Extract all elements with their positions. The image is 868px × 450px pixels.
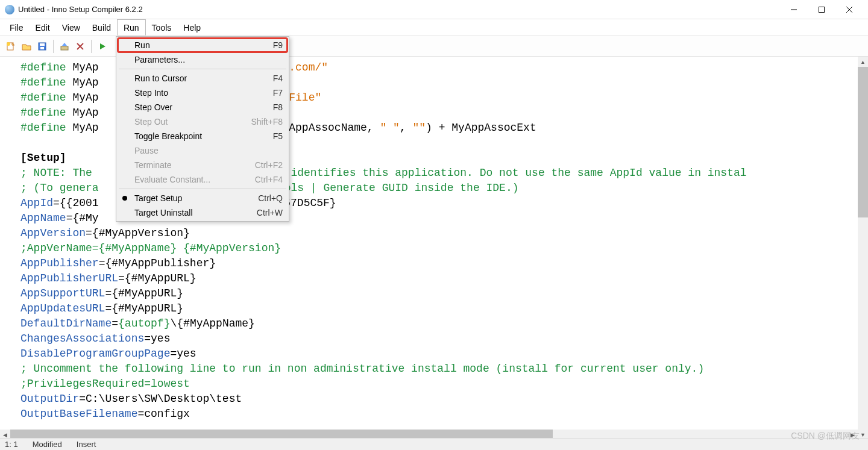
menu-item-label: Step Into [134, 88, 168, 98]
statusbar: 1: 1 Modified Insert [0, 438, 868, 450]
menu-item-shortcut: F9 [273, 40, 283, 50]
menubar: File Edit View Build Run Tools Help [0, 19, 868, 36]
menu-separator [119, 69, 286, 69]
menu-item-terminate: TerminateCtrl+F2 [118, 158, 288, 172]
menu-item-shortcut: Ctrl+F2 [255, 160, 283, 170]
menu-item-target-setup[interactable]: Target SetupCtrl+Q [118, 191, 288, 205]
menu-item-step-into[interactable]: Step IntoF7 [118, 86, 288, 100]
minimize-button[interactable] [780, 0, 808, 19]
status-insert: Insert [77, 440, 96, 449]
open-icon[interactable] [19, 39, 34, 54]
scroll-up-icon[interactable]: ▲ [858, 57, 868, 67]
window-title: Untitled - Inno Setup Compiler 6.2.2 [18, 5, 143, 14]
menu-item-label: Parameters... [134, 55, 185, 64]
menu-item-pause: Pause [118, 143, 288, 158]
save-icon[interactable] [35, 39, 49, 54]
new-icon[interactable] [4, 39, 18, 54]
app-icon [5, 5, 14, 14]
status-modified: Modified [33, 440, 62, 449]
menu-item-shortcut: Ctrl+F4 [255, 175, 283, 184]
menu-item-evaluate-constant: Evaluate Constant...Ctrl+F4 [118, 172, 288, 187]
menu-item-step-over[interactable]: Step OverF8 [118, 100, 288, 114]
maximize-button[interactable] [808, 0, 835, 19]
menu-item-label: Evaluate Constant... [134, 175, 210, 184]
menu-item-label: Run [134, 40, 150, 50]
menu-item-parameters[interactable]: Parameters... [118, 52, 288, 67]
window-controls [780, 0, 863, 19]
radio-selected-icon [122, 196, 127, 201]
menu-separator [119, 189, 286, 189]
run-icon[interactable] [95, 39, 110, 54]
menu-item-run-to-cursor[interactable]: Run to CursorF4 [118, 71, 288, 86]
menu-item-label: Target Setup [134, 193, 182, 203]
menu-item-shortcut: Ctrl+Q [258, 193, 283, 203]
svg-rect-1 [819, 7, 825, 12]
svg-rect-9 [61, 46, 68, 50]
menu-view[interactable]: View [56, 19, 86, 36]
menu-item-shortcut: F7 [273, 88, 283, 98]
menu-build[interactable]: Build [86, 19, 117, 36]
svg-rect-7 [40, 43, 45, 46]
stop-icon[interactable] [73, 39, 87, 54]
menu-edit[interactable]: Edit [30, 19, 56, 36]
menu-item-shortcut: Ctrl+W [257, 208, 283, 217]
menu-file[interactable]: File [4, 19, 30, 36]
menu-item-label: Toggle Breakpoint [134, 131, 202, 141]
menu-run[interactable]: Run [117, 19, 146, 36]
menu-tools[interactable]: Tools [146, 19, 178, 36]
svg-point-5 [7, 42, 10, 46]
menu-help[interactable]: Help [177, 19, 207, 36]
menu-item-step-out: Step OutShift+F8 [118, 114, 288, 129]
menu-item-toggle-breakpoint[interactable]: Toggle BreakpointF5 [118, 129, 288, 143]
menu-item-label: Pause [134, 146, 159, 155]
svg-rect-8 [40, 47, 44, 49]
scroll-thumb-v[interactable] [858, 67, 868, 217]
watermark: CSDN @低调网友 [791, 431, 860, 442]
menu-item-label: Terminate [134, 160, 171, 170]
close-button[interactable] [835, 0, 863, 19]
menu-item-shortcut: Shift+F8 [251, 117, 283, 127]
menu-item-shortcut: F5 [273, 131, 283, 141]
status-position: 1: 1 [5, 440, 18, 449]
menu-item-label: Run to Cursor [134, 73, 187, 83]
menu-item-run[interactable]: RunF9 [118, 38, 288, 52]
menu-item-target-uninstall[interactable]: Target UninstallCtrl+W [118, 205, 288, 220]
menu-item-label: Step Out [134, 117, 168, 127]
vertical-scrollbar[interactable]: ▲ ▼ [858, 57, 868, 440]
run-menu-dropdown: RunF9 Parameters... Run to CursorF4 Step… [116, 36, 289, 222]
compile-icon[interactable] [57, 39, 72, 54]
menu-item-label: Step Over [134, 102, 172, 112]
menu-item-label: Target Uninstall [134, 208, 193, 217]
menu-item-shortcut: F8 [273, 102, 283, 112]
menu-item-shortcut: F4 [273, 73, 283, 83]
titlebar: Untitled - Inno Setup Compiler 6.2.2 [0, 0, 868, 19]
